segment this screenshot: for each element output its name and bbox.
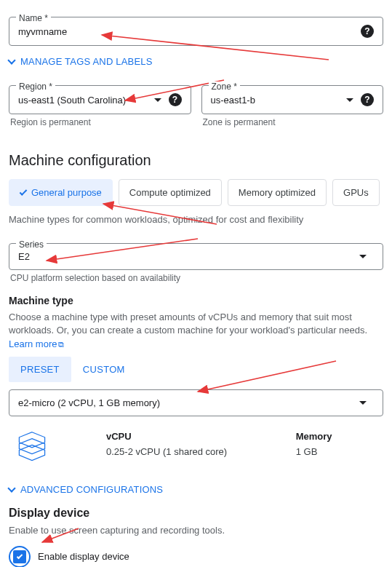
advanced-config-label: ADVANCED CONFIGURATIONS: [20, 484, 163, 495]
display-device-heading: Display device: [9, 507, 383, 520]
caret-down-icon: [359, 401, 367, 405]
enable-display-label: Enable display device: [38, 551, 129, 562]
zone-label: Zone *: [209, 82, 240, 92]
check-icon: [17, 553, 23, 559]
advanced-config-expander[interactable]: ADVANCED CONFIGURATIONS: [9, 484, 383, 495]
series-select[interactable]: E2: [9, 243, 383, 270]
tab-label: Compute optimized: [129, 187, 211, 198]
machine-config-heading: Machine configuration: [9, 152, 383, 169]
machine-type-heading: Machine type: [9, 295, 383, 306]
region-hint: Region is permanent: [9, 117, 191, 127]
tab-gpus[interactable]: GPUs: [332, 179, 380, 206]
checkbox-focus-ring: [9, 546, 31, 567]
enable-display-checkbox-row[interactable]: Enable display device: [9, 546, 383, 567]
tab-description: Machine types for common workloads, opti…: [9, 213, 383, 226]
machine-type-subtabs: PRESET CUSTOM: [9, 357, 383, 382]
caret-down-icon: [346, 98, 353, 102]
series-hint: CPU platform selection based on availabi…: [9, 273, 383, 283]
manage-tags-label: MANAGE TAGS AND LABELS: [20, 56, 153, 67]
machine-type-desc: Choose a machine type with preset amount…: [9, 311, 383, 351]
name-field-label: Name *: [16, 13, 51, 23]
tab-label: Memory optimized: [239, 187, 316, 198]
tab-general-purpose[interactable]: General purpose: [9, 179, 113, 206]
chevron-down-icon: [7, 56, 15, 64]
chip-icon: [9, 431, 48, 465]
tab-compute-optimized[interactable]: Compute optimized: [119, 179, 222, 206]
region-label: Region *: [16, 82, 55, 92]
tab-memory-optimized[interactable]: Memory optimized: [228, 179, 327, 206]
vcpu-value: 0.25-2 vCPU (1 shared core): [106, 446, 281, 457]
external-link-icon: ⧉: [58, 339, 64, 350]
tab-label: General purpose: [31, 187, 102, 198]
chevron-down-icon: [7, 484, 15, 492]
zone-value: us-east1-b: [211, 95, 343, 106]
manage-tags-expander[interactable]: MANAGE TAGS AND LABELS: [9, 56, 383, 67]
machine-type-value: e2-micro (2 vCPU, 1 GB memory): [18, 397, 355, 408]
svg-marker-1: [19, 438, 44, 453]
name-input-wrapper[interactable]: ?: [9, 17, 383, 46]
help-icon[interactable]: ?: [361, 93, 374, 106]
vcpu-label: vCPU: [106, 431, 281, 442]
help-icon[interactable]: ?: [169, 93, 182, 106]
subtab-custom[interactable]: CUSTOM: [71, 357, 137, 382]
learn-more-link[interactable]: Learn more⧉: [9, 338, 64, 349]
subtab-preset[interactable]: PRESET: [9, 357, 71, 382]
caret-down-icon: [359, 255, 367, 258]
machine-family-tabs: General purpose Compute optimized Memory…: [9, 179, 383, 206]
region-value: us-east1 (South Carolina): [18, 95, 150, 106]
check-icon: [20, 188, 28, 196]
display-device-desc: Enable to use screen capturing and recor…: [9, 524, 383, 537]
name-input[interactable]: [18, 26, 361, 37]
series-label: Series: [16, 239, 47, 250]
machine-specs: vCPU 0.25-2 vCPU (1 shared core) Memory …: [9, 425, 383, 474]
zone-hint: Zone is permanent: [201, 117, 384, 127]
tab-label: GPUs: [343, 187, 369, 198]
memory-label: Memory: [296, 431, 383, 442]
help-icon[interactable]: ?: [361, 25, 374, 38]
machine-type-select[interactable]: e2-micro (2 vCPU, 1 GB memory): [9, 389, 383, 416]
memory-value: 1 GB: [296, 446, 383, 457]
caret-down-icon: [154, 98, 161, 102]
series-value: E2: [18, 251, 355, 262]
checkbox-checked-icon[interactable]: [13, 550, 26, 563]
